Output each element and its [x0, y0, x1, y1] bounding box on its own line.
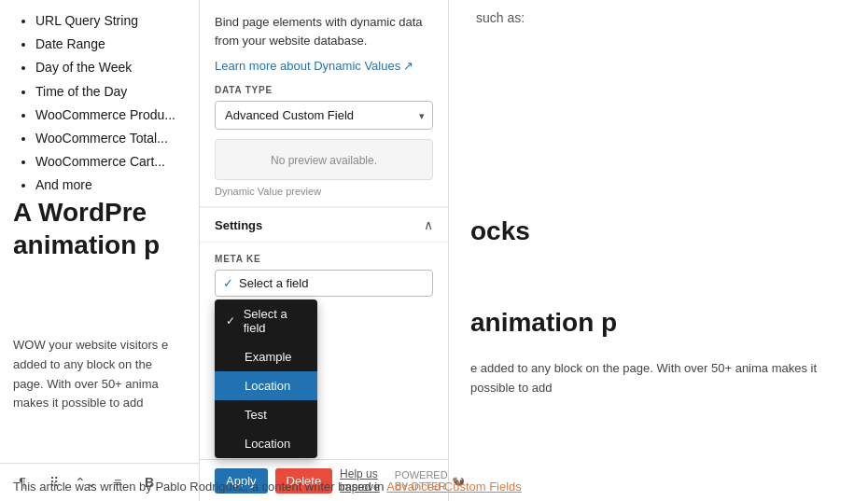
list-item: Time of the Day — [35, 80, 177, 104]
preview-box: No preview available. — [215, 139, 433, 180]
left-content: URL Query String Date Range Day of the W… — [0, 0, 196, 207]
external-link-icon: ↗ — [403, 59, 413, 73]
settings-header[interactable]: Settings ∧ — [200, 207, 448, 243]
meta-key-label: META KE — [215, 254, 433, 264]
right-content: such as: — [457, 0, 868, 35]
list-item: WooCommerce Produ... — [35, 104, 177, 127]
dropdown-item-label: Select a field — [244, 307, 306, 335]
dropdown-item-label: Location — [245, 437, 290, 451]
chevron-up-icon: ∧ — [424, 217, 433, 232]
data-type-select-wrapper: Advanced Custom Field ▾ — [215, 101, 433, 130]
dropdown-item-label: Location — [245, 379, 290, 393]
check-icon: ✓ — [223, 276, 233, 290]
feature-list: URL Query String Date Range Day of the W… — [19, 9, 177, 198]
data-type-label: DATA TYPE — [215, 85, 433, 95]
dropdown-item-select-field[interactable]: ✓ Select a field — [215, 299, 317, 342]
learn-more-text: Learn more about Dynamic Values — [215, 59, 400, 73]
such-as-text: such as: — [476, 10, 525, 25]
settings-title: Settings — [215, 218, 262, 232]
dropdown-selected: Select a field — [239, 276, 425, 290]
right-body: e added to any block on the page. With o… — [457, 359, 868, 398]
dynamic-value-label: Dynamic Value preview — [215, 186, 433, 197]
list-item: And more — [35, 174, 177, 197]
article-text: This article was written by Pablo Rodrig… — [0, 480, 868, 494]
dropdown-container: ✓ Select a field ✓ Select a field Exampl… — [215, 270, 433, 297]
dropdown-item-label: Example — [245, 350, 292, 364]
main-panel: Bind page elements with dynamic data fro… — [199, 0, 449, 501]
right-heading2: animation p — [457, 308, 868, 338]
panel-top: Bind page elements with dynamic data fro… — [200, 0, 448, 207]
big-heading: A WordPre animation p — [0, 196, 196, 261]
dropdown-menu: ✓ Select a field Example Location Test — [215, 299, 317, 458]
preview-text: No preview available. — [271, 154, 377, 167]
list-item: URL Query String — [35, 9, 177, 33]
dropdown-item-label: Test — [245, 408, 267, 422]
dropdown-item-test[interactable]: Test — [215, 400, 317, 429]
list-item: WooCommerce Cart... — [35, 150, 177, 174]
subtext-left: WOW your website visitors e added to any… — [0, 336, 196, 413]
article-intro: This article was written by Pablo Rodrig… — [13, 480, 384, 494]
dropdown-item-example[interactable]: Example — [215, 342, 317, 371]
bind-description: Bind page elements with dynamic data fro… — [215, 13, 433, 49]
list-item: Day of the Week — [35, 56, 177, 79]
dropdown-input[interactable]: ✓ Select a field — [215, 270, 433, 297]
settings-body: META KE ✓ Select a field ✓ Select a fiel… — [200, 243, 448, 308]
data-type-select[interactable]: Advanced Custom Field — [215, 101, 433, 130]
learn-more-link[interactable]: Learn more about Dynamic Values ↗ — [215, 59, 413, 73]
check-icon: ✓ — [226, 314, 238, 327]
list-item: Date Range — [35, 33, 177, 56]
right-heading: ocks — [457, 215, 868, 247]
list-item: WooCommerce Total... — [35, 127, 177, 150]
dropdown-item-location2[interactable]: Location — [215, 429, 317, 458]
dropdown-item-location[interactable]: Location — [215, 371, 317, 400]
acf-link[interactable]: Advanced Custom Fields — [386, 480, 522, 494]
